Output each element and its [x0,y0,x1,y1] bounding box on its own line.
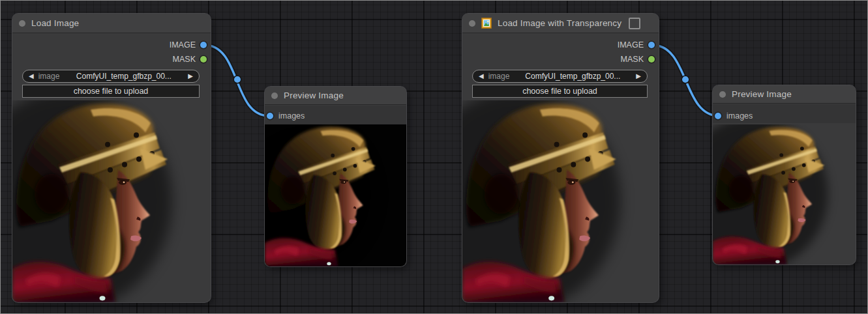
output-slot-image[interactable]: IMAGE [170,40,207,50]
input-dot-images-icon[interactable] [267,113,273,119]
output-dot-mask-icon[interactable] [648,56,655,63]
image-combo-widget[interactable]: ◀ image ComfyUI_temp_gfbzp_00... ▶ [22,70,200,83]
portrait-photo [713,124,856,264]
output-dot-image-icon[interactable] [648,42,655,48]
output-label-image: IMAGE [618,40,644,50]
portrait-photo [265,124,406,266]
image-combo-widget[interactable]: ◀ image ComfyUI_temp_gfbzp_00... ▶ [472,70,648,83]
preview-image-thumbnail [265,124,406,266]
choose-file-button-label: choose file to upload [522,87,597,96]
title-checkbox[interactable] [629,18,640,29]
choose-file-button[interactable]: choose file to upload [22,85,200,98]
node-title-bar[interactable]: Preview Image [713,85,856,104]
node-preview-image-2[interactable]: Preview Image images [713,85,856,264]
input-dot-images-icon[interactable] [715,113,721,119]
preview-image-thumbnail [713,124,856,264]
combo-prev-icon[interactable]: ◀ [29,73,34,79]
link-midpoint-dot[interactable] [233,76,241,83]
framed-picture-icon [481,18,492,29]
combo-widget-label: image [38,72,60,81]
output-slot-mask[interactable]: MASK [173,54,207,64]
node-title: Load Image [31,18,79,28]
output-dot-image-icon[interactable] [200,42,207,48]
portrait-photo [462,100,659,302]
combo-next-icon[interactable]: ▶ [188,73,193,79]
combo-widget-value: ComfyUI_temp_gfbzp_00... [514,72,631,81]
output-label-mask: MASK [173,55,196,64]
node-title-bar[interactable]: Load Image [12,14,211,33]
combo-next-icon[interactable]: ▶ [636,73,641,79]
output-label-image: IMAGE [170,40,196,50]
loaded-image-thumbnail [462,100,659,302]
output-dot-mask-icon[interactable] [200,56,207,63]
output-slot-mask[interactable]: MASK [621,54,655,64]
comfyui-canvas[interactable]: { "canvas": { "background_color": "#2323… [0,0,868,314]
loaded-image-thumbnail [12,100,211,302]
node-load-image[interactable]: Load Image IMAGE MASK ◀ image ComfyUI_te… [12,14,211,302]
output-slot-image[interactable]: IMAGE [618,40,655,50]
input-label-images: images [726,111,753,121]
combo-widget-value: ComfyUI_temp_gfbzp_00... [64,72,183,81]
node-title: Preview Image [284,91,344,100]
combo-widget-label: image [488,72,510,81]
output-label-mask: MASK [621,55,644,64]
choose-file-button-label: choose file to upload [74,87,149,96]
node-title-bar[interactable]: Load Image with Transparency [462,14,659,33]
collapse-dot-icon[interactable] [271,93,278,99]
node-load-image-transparency[interactable]: Load Image with Transparency IMAGE MASK … [462,14,659,302]
link-midpoint-dot[interactable] [681,76,689,83]
input-slot-images[interactable]: images [715,111,753,121]
node-title: Load Image with Transparency [498,18,621,28]
node-preview-image-1[interactable]: Preview Image images [265,87,406,266]
combo-prev-icon[interactable]: ◀ [479,73,484,79]
portrait-photo [12,100,211,302]
node-title: Preview Image [732,89,792,99]
collapse-dot-icon[interactable] [469,20,475,27]
collapse-dot-icon[interactable] [19,20,25,27]
collapse-dot-icon[interactable] [719,91,726,98]
input-slot-images[interactable]: images [267,111,305,121]
input-label-images: images [278,111,305,121]
node-title-bar[interactable]: Preview Image [265,87,406,105]
choose-file-button[interactable]: choose file to upload [472,85,648,98]
